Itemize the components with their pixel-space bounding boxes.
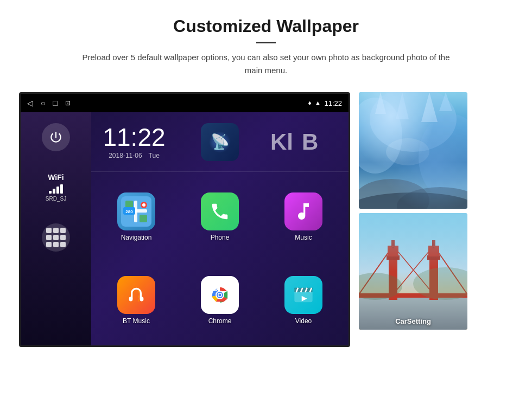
svg-rect-40: [389, 256, 397, 300]
svg-rect-3: [125, 201, 133, 208]
svg-point-28: [419, 114, 467, 201]
phone-svg: [210, 201, 230, 222]
app-btmusic[interactable]: BT Music: [97, 261, 176, 340]
svg-line-51: [434, 246, 467, 294]
apps-button[interactable]: [42, 223, 70, 252]
wifi-bar-2: [53, 189, 55, 194]
svg-rect-41: [387, 255, 400, 260]
navigation-map-svg: 280: [121, 196, 151, 227]
bluetooth-svg: [125, 284, 147, 306]
status-time: 11:22: [324, 99, 342, 107]
title-divider: [256, 42, 276, 43]
status-bar-right: ♦ ▲ 11:22: [308, 99, 342, 107]
main-area: ◁ ○ □ ⊡ ♦ ▲ 11:22: [0, 92, 532, 347]
clock-date-value: 2018-11-06: [109, 152, 142, 159]
widget-icon[interactable]: 📡: [201, 123, 239, 161]
svg-point-8: [142, 203, 145, 207]
ki-block: Kl B: [263, 112, 349, 171]
svg-rect-47: [432, 240, 435, 248]
status-bar: ◁ ○ □ ⊡ ♦ ▲ 11:22: [21, 94, 349, 112]
wifi-bar-1: [49, 191, 52, 194]
svg-point-53: [359, 273, 402, 300]
svg-point-36: [386, 138, 429, 165]
app-phone[interactable]: Phone: [180, 177, 259, 256]
svg-point-18: [219, 294, 221, 297]
wifi-status-icon: ▲: [315, 99, 321, 107]
left-sidebar: WiFi SRD_SJ: [21, 112, 91, 345]
b-label: B: [302, 129, 318, 155]
page-subtitle: Preload over 5 default wallpaper options…: [76, 51, 456, 77]
chrome-svg: [206, 281, 234, 309]
svg-rect-11: [140, 297, 144, 301]
back-icon[interactable]: ◁: [27, 99, 33, 107]
carsetting-thumb[interactable]: CarSetting: [359, 213, 467, 330]
page-header: Customized Wallpaper Preload over 5 defa…: [0, 0, 532, 87]
svg-text:280: 280: [125, 209, 133, 214]
svg-point-34: [397, 187, 467, 209]
wifi-label: WiFi: [46, 173, 66, 182]
video-icon: [284, 276, 322, 314]
svg-rect-37: [359, 213, 467, 330]
wallpaper-ice-thumb[interactable]: [359, 92, 467, 209]
android-screen: ◁ ○ □ ⊡ ♦ ▲ 11:22: [19, 92, 350, 347]
apps-section: 280 Navigation: [91, 172, 349, 345]
phone-label: Phone: [211, 234, 230, 241]
svg-line-49: [393, 246, 434, 294]
svg-line-50: [393, 246, 434, 294]
music-icon: [284, 192, 322, 230]
video-svg: [293, 284, 314, 306]
clock-date: 2018-11-06 Tue: [109, 152, 160, 159]
clock-block: 11:22 2018-11-06 Tue: [91, 112, 177, 171]
video-label: Video: [295, 317, 312, 325]
wallpaper-panel: CarSetting: [359, 92, 467, 347]
svg-rect-46: [428, 246, 439, 256]
status-bar-left: ◁ ○ □ ⊡: [27, 99, 71, 107]
svg-rect-45: [427, 255, 440, 260]
screenshot-icon[interactable]: ⊡: [65, 99, 71, 107]
svg-point-26: [370, 92, 457, 152]
power-button[interactable]: [42, 123, 70, 151]
music-label: Music: [295, 234, 312, 241]
navigation-label: Navigation: [121, 234, 152, 241]
chrome-label: Chrome: [208, 317, 232, 325]
wifi-bars: [46, 184, 66, 194]
svg-marker-29: [375, 92, 386, 114]
ki-label: Kl: [270, 129, 293, 155]
bridge-wallpaper-svg: [359, 213, 467, 330]
svg-point-35: [359, 192, 467, 209]
cast-icon: 📡: [211, 133, 230, 151]
wifi-bar-3: [56, 187, 59, 194]
svg-rect-42: [388, 246, 398, 256]
location-icon: ♦: [308, 99, 311, 107]
wifi-widget[interactable]: WiFi SRD_SJ: [46, 173, 66, 202]
svg-line-48: [359, 246, 393, 294]
svg-point-33: [359, 179, 429, 209]
screen-main: 11:22 2018-11-06 Tue 📡: [91, 112, 349, 345]
recent-icon[interactable]: □: [53, 99, 57, 107]
app-navigation[interactable]: 280 Navigation: [97, 177, 176, 256]
svg-rect-25: [359, 92, 467, 209]
wifi-ssid: SRD_SJ: [46, 196, 66, 202]
page-title: Customized Wallpaper: [33, 16, 499, 36]
svg-marker-31: [421, 92, 438, 122]
btmusic-icon: [117, 276, 155, 314]
svg-point-27: [359, 98, 402, 174]
screen-content: WiFi SRD_SJ: [21, 112, 349, 345]
app-music[interactable]: Music: [264, 177, 343, 256]
widget-icon-block: 📡: [177, 112, 263, 171]
svg-marker-32: [439, 92, 452, 111]
svg-rect-10: [129, 297, 133, 301]
app-video[interactable]: Video: [264, 261, 343, 340]
power-icon: [49, 130, 63, 144]
home-icon[interactable]: ○: [41, 99, 45, 107]
music-svg: [293, 201, 314, 222]
apps-grid-icon: [46, 228, 66, 247]
clock-day-value: Tue: [149, 152, 160, 159]
app-chrome[interactable]: Chrome: [180, 261, 259, 340]
clock-time: 11:22: [103, 125, 165, 150]
navigation-icon: 280: [117, 192, 155, 230]
top-info: 11:22 2018-11-06 Tue 📡: [91, 112, 349, 172]
svg-rect-44: [429, 256, 438, 300]
chrome-icon: [201, 276, 239, 314]
btmusic-label: BT Music: [123, 317, 150, 325]
